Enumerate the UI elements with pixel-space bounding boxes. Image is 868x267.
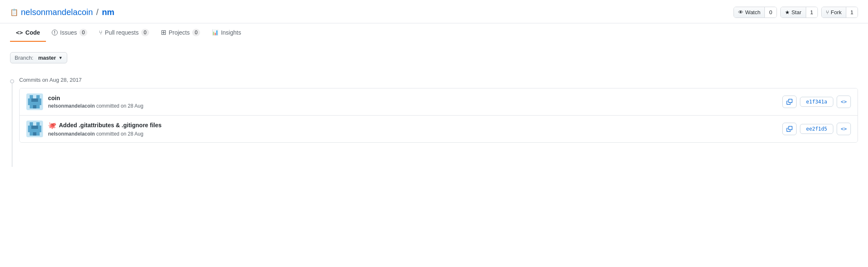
commit-row: 🐙 Added .gitattributes & .gitignore file… xyxy=(20,116,858,142)
commit-title-link[interactable]: Added .gitattributes & .gitignore files xyxy=(59,122,162,128)
fork-icon: ⑂ xyxy=(826,9,829,15)
insights-tab-icon: 📊 xyxy=(212,29,218,35)
tab-projects[interactable]: ⊞ Projects 0 xyxy=(155,23,206,42)
tab-issues[interactable]: ! Issues 0 xyxy=(46,24,93,42)
svg-rect-23 xyxy=(35,129,38,132)
repo-actions: 👁 Watch 0 ★ Star 1 ⑂ Fork 1 xyxy=(733,7,858,23)
fork-label: Fork xyxy=(831,9,842,15)
commit-info: coin nelsonmandelacoin committed on 28 A… xyxy=(48,95,777,109)
timeline-line xyxy=(12,83,13,167)
svg-rect-6 xyxy=(38,98,41,102)
commit-row: coin nelsonmandelacoin committed on 28 A… xyxy=(20,88,858,116)
branch-name: master xyxy=(38,55,56,61)
code-tab-label: Code xyxy=(25,29,40,36)
star-count[interactable]: 1 xyxy=(806,7,817,18)
commit-date: committed on 28 Aug xyxy=(96,103,143,109)
svg-rect-19 xyxy=(35,126,38,129)
issues-badge: 0 xyxy=(79,29,87,36)
commit-author: nelsonmandelacoin xyxy=(48,131,95,137)
branch-prefix: Branch: xyxy=(15,55,33,61)
svg-rect-3 xyxy=(28,98,31,102)
svg-rect-2 xyxy=(36,95,40,98)
tab-bar: <> Code ! Issues 0 ⑂ Pull requests 0 ⊞ P… xyxy=(0,23,868,42)
commit-author: nelsonmandelacoin xyxy=(48,103,95,109)
fork-group: ⑂ Fork 1 xyxy=(821,7,858,18)
commits-heading: Commits on Aug 28, 2017 xyxy=(19,73,858,83)
svg-rect-25 xyxy=(30,132,33,136)
insights-tab-label: Insights xyxy=(221,29,241,36)
star-label: Star xyxy=(792,9,802,15)
commit-actions: e1f341a <> xyxy=(782,96,851,108)
svg-rect-27 xyxy=(36,132,40,136)
svg-rect-12 xyxy=(33,105,36,108)
svg-rect-5 xyxy=(35,98,38,102)
svg-rect-7 xyxy=(28,102,31,105)
star-icon: ★ xyxy=(785,9,790,15)
bot-icon: 🐙 xyxy=(48,121,56,129)
svg-rect-4 xyxy=(31,98,35,102)
pull-requests-badge: 0 xyxy=(141,29,149,36)
pull-requests-tab-icon: ⑂ xyxy=(99,29,102,36)
watch-button[interactable]: 👁 Watch xyxy=(734,7,764,18)
timeline-node xyxy=(10,79,14,83)
svg-rect-18 xyxy=(31,126,35,129)
svg-rect-10 xyxy=(38,102,41,105)
tab-insights[interactable]: 📊 Insights xyxy=(206,24,247,42)
commit-hash-button[interactable]: ee2f1d5 xyxy=(800,124,833,134)
repo-name-link[interactable]: nm xyxy=(102,8,114,17)
commit-browse-button[interactable]: <> xyxy=(837,96,851,108)
commit-title-link[interactable]: coin xyxy=(48,95,60,101)
svg-rect-24 xyxy=(38,129,41,132)
projects-badge: 0 xyxy=(192,29,200,36)
svg-rect-11 xyxy=(30,105,33,108)
avatar xyxy=(26,121,43,137)
star-button[interactable]: ★ Star xyxy=(781,7,806,18)
svg-rect-13 xyxy=(36,105,40,108)
svg-rect-9 xyxy=(35,102,38,105)
svg-rect-17 xyxy=(28,126,31,129)
svg-rect-21 xyxy=(28,129,31,132)
commit-actions: ee2f1d5 <> xyxy=(782,123,851,135)
watch-count[interactable]: 0 xyxy=(764,7,776,18)
svg-rect-22 xyxy=(31,129,35,132)
commit-date: committed on 28 Aug xyxy=(96,131,143,137)
tab-code[interactable]: <> Code xyxy=(10,24,46,42)
svg-rect-16 xyxy=(36,122,40,126)
svg-rect-20 xyxy=(38,126,41,129)
star-group: ★ Star 1 xyxy=(780,7,818,18)
branch-dropdown-icon: ▼ xyxy=(58,55,63,60)
avatar xyxy=(26,93,43,110)
code-tab-icon: <> xyxy=(16,29,23,36)
projects-tab-icon: ⊞ xyxy=(161,28,166,36)
commit-info: 🐙 Added .gitattributes & .gitignore file… xyxy=(48,121,777,137)
commit-hash-button[interactable]: e1f341a xyxy=(800,97,833,107)
commit-copy-button[interactable] xyxy=(782,96,797,108)
commit-browse-button[interactable]: <> xyxy=(837,123,851,135)
issues-tab-label: Issues xyxy=(60,29,77,36)
fork-count[interactable]: 1 xyxy=(846,7,858,18)
fork-button[interactable]: ⑂ Fork xyxy=(822,7,846,18)
svg-rect-26 xyxy=(33,132,36,136)
branch-selector[interactable]: Branch: master ▼ xyxy=(10,52,67,63)
issues-tab-icon: ! xyxy=(52,30,58,35)
watch-icon: 👁 xyxy=(738,9,744,15)
svg-rect-1 xyxy=(30,95,33,98)
tab-pull-requests[interactable]: ⑂ Pull requests 0 xyxy=(93,24,155,42)
pull-requests-tab-label: Pull requests xyxy=(105,29,139,36)
projects-tab-label: Projects xyxy=(169,29,190,36)
repo-separator: / xyxy=(96,8,99,17)
commits-list: coin nelsonmandelacoin committed on 28 A… xyxy=(19,88,858,143)
repo-owner-link[interactable]: nelsonmandelacoin xyxy=(21,8,93,17)
svg-rect-8 xyxy=(31,102,35,105)
commit-copy-button[interactable] xyxy=(782,123,797,135)
watch-group: 👁 Watch 0 xyxy=(733,7,777,18)
watch-label: Watch xyxy=(745,9,760,15)
svg-rect-15 xyxy=(30,122,33,126)
repo-icon: 📋 xyxy=(10,8,18,16)
